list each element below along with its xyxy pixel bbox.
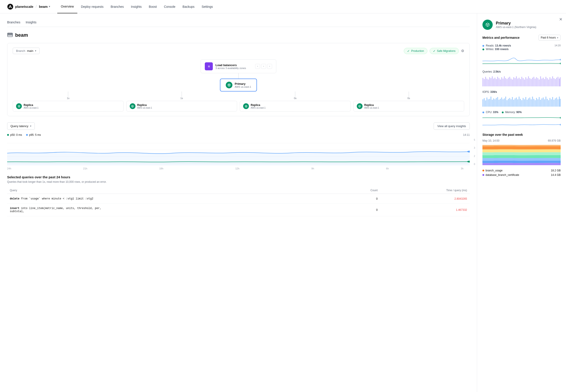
sub-nav-branches[interactable]: Branches (7, 20, 20, 27)
nav-links: Overview Deploy requests Branches Insigh… (57, 0, 216, 13)
queries-chart (482, 75, 561, 87)
lb-subtitle: 3 across 3 availability zones (215, 67, 246, 70)
replicas-connector-area: 1s Replica AWS us-east-1 (13, 91, 464, 112)
nav-item-branches[interactable]: Branches (107, 0, 127, 13)
svg-rect-47 (529, 78, 530, 86)
svg-rect-37 (516, 76, 517, 86)
svg-rect-122 (551, 99, 552, 107)
svg-rect-50 (534, 77, 534, 86)
svg-rect-22 (496, 79, 497, 86)
svg-rect-56 (541, 79, 542, 86)
svg-rect-16 (488, 80, 489, 86)
nav-item-backups[interactable]: Backups (179, 0, 198, 13)
query-row-1[interactable]: delete from `usage` where minute < :vtg1… (7, 194, 470, 204)
db-name[interactable]: beam ▾ (39, 5, 50, 8)
svg-rect-121 (550, 98, 551, 107)
lb-icon: ⊞ (205, 62, 213, 70)
svg-point-131 (560, 124, 561, 126)
legend-p95: p95: 5 ms (26, 133, 41, 137)
svg-rect-60 (547, 78, 548, 86)
lb-title: Load balancers (215, 63, 246, 67)
svg-rect-31 (508, 78, 509, 86)
svg-rect-79 (493, 98, 494, 107)
safe-migrations-badge: ✓ Safe Migrations (430, 48, 459, 54)
svg-rect-33 (510, 79, 511, 86)
svg-rect-59 (546, 77, 546, 86)
svg-rect-78 (492, 100, 493, 107)
nav-item-deploy[interactable]: Deploy requests (77, 0, 107, 13)
svg-rect-25 (500, 80, 501, 86)
primary-node[interactable]: Primary AWS us-east-1 (220, 79, 257, 91)
svg-rect-64 (552, 76, 553, 86)
view-insights-button[interactable]: View all query insights (434, 122, 470, 130)
replica-sub-2: AWS us-east-1 (137, 107, 152, 109)
svg-rect-24 (498, 78, 499, 86)
svg-rect-117 (544, 99, 545, 107)
replica-node-2[interactable]: Replica AWS us-east-1 (126, 101, 237, 112)
latency-chart (7, 139, 470, 165)
svg-rect-17 (489, 77, 490, 86)
svg-rect-119 (547, 99, 548, 107)
query-header: Query latency ▾ View all query insights (7, 122, 470, 130)
svg-point-10 (560, 59, 561, 61)
query-row-2[interactable]: insert into line_item(metric_name, units… (7, 204, 470, 216)
svg-rect-35 (513, 77, 514, 86)
diagram-settings-icon[interactable]: ⚙ (461, 49, 464, 53)
svg-rect-89 (506, 100, 507, 107)
svg-rect-51 (535, 79, 536, 86)
replica-latency-2: 1s (180, 97, 183, 99)
sub-nav-insights[interactable]: Insights (26, 20, 36, 27)
queries-table: Query Count Time / query (ms) delete fro… (7, 187, 470, 216)
replica-node-4[interactable]: Replica AWS us-east-1 (353, 101, 464, 112)
svg-rect-62 (550, 77, 551, 86)
svg-point-130 (560, 117, 561, 119)
svg-rect-75 (488, 99, 489, 107)
replica-col-4: 0s Replica AWS us-east-1 (353, 91, 464, 112)
svg-rect-118 (546, 97, 546, 107)
primary-icon (226, 82, 232, 88)
storage-title: Storage over the past week (482, 133, 561, 137)
time-selector[interactable]: Past 6 hours ▾ (538, 35, 561, 41)
storage-chart (482, 144, 561, 166)
branch-label: Branch (16, 49, 25, 53)
nav-item-insights[interactable]: Insights (127, 0, 145, 13)
branch-value: main (27, 49, 33, 53)
writes-label: Writes: 330 rows/s (482, 48, 511, 51)
svg-rect-92 (510, 99, 511, 107)
svg-rect-93 (512, 97, 513, 107)
svg-rect-20 (493, 79, 494, 86)
branch-chevron-icon: ▾ (35, 49, 36, 52)
x-axis: 24h 21h 18h 12h 9h 6h 3h (7, 167, 470, 170)
panel-subtitle: AWS us-east-1 (Northern Virginia) (496, 26, 536, 29)
nav-item-settings[interactable]: Settings (198, 0, 217, 13)
svg-rect-87 (504, 98, 505, 107)
query-selector[interactable]: Query latency ▾ (7, 122, 35, 130)
svg-rect-76 (489, 99, 490, 107)
reads-writes-block: Reads: 13.4k rows/s Writes: 330 rows/s 1… (482, 44, 561, 67)
svg-rect-41 (521, 77, 522, 86)
chevron-down-icon: ▾ (49, 5, 50, 8)
svg-rect-40 (520, 79, 521, 86)
replica-col-1: 1s Replica AWS us-east-1 (13, 91, 124, 112)
svg-rect-85 (501, 98, 502, 107)
svg-rect-108 (532, 97, 533, 107)
logo-area: planetscale (7, 4, 33, 10)
close-button[interactable]: ✕ (559, 17, 562, 22)
nav-slash: / (36, 4, 37, 9)
page-title-area: beam (7, 32, 470, 38)
query-selector-chevron: ▾ (30, 125, 31, 127)
branch-selector[interactable]: Branch main ▾ (13, 48, 40, 54)
replica-sub-4: AWS us-east-1 (364, 107, 379, 109)
replica-node-1[interactable]: Replica AWS us-east-1 (13, 101, 124, 112)
replica-latency-1: 1s (67, 97, 70, 99)
svg-rect-71 (482, 99, 483, 107)
nav-item-console[interactable]: Console (161, 0, 179, 13)
svg-rect-120 (548, 100, 549, 107)
svg-rect-21 (494, 78, 495, 86)
nav-item-overview[interactable]: Overview (57, 0, 77, 13)
selected-queries-sub: Queries that took longer than 1s, read m… (7, 180, 470, 183)
nav-item-boost[interactable]: Boost (145, 0, 161, 13)
replica-node-3[interactable]: Replica AWS us-east-1 (240, 101, 351, 112)
page-title: beam (15, 32, 28, 38)
svg-rect-42 (523, 78, 524, 86)
